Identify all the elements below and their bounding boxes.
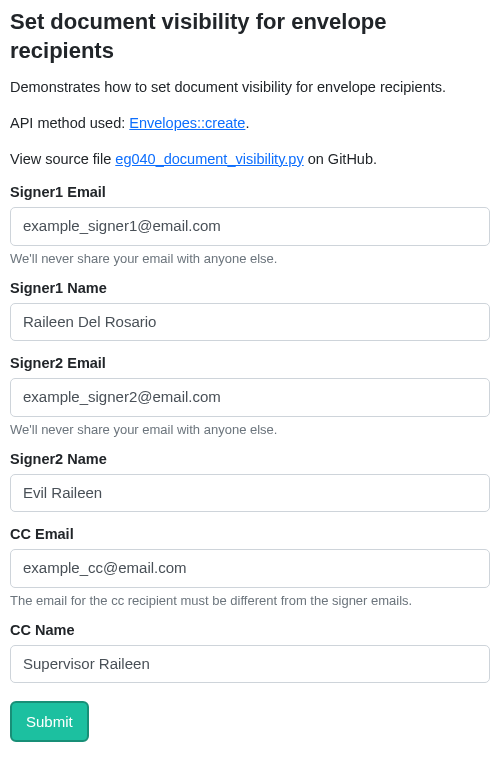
cc-email-help: The email for the cc recipient must be d… xyxy=(10,593,490,608)
submit-button[interactable]: Submit xyxy=(10,701,89,742)
signer2-email-label: Signer2 Email xyxy=(10,355,490,371)
cc-name-input[interactable] xyxy=(10,645,490,684)
intro-text: Demonstrates how to set document visibil… xyxy=(10,77,490,99)
signer2-email-help: We'll never share your email with anyone… xyxy=(10,422,490,437)
page-title: Set document visibility for envelope rec… xyxy=(10,8,490,65)
api-method-link[interactable]: Envelopes::create xyxy=(129,115,245,131)
signer1-email-help: We'll never share your email with anyone… xyxy=(10,251,490,266)
signer2-email-input[interactable] xyxy=(10,378,490,417)
signer2-name-label: Signer2 Name xyxy=(10,451,490,467)
cc-email-input[interactable] xyxy=(10,549,490,588)
source-file-link[interactable]: eg040_document_visibility.py xyxy=(115,151,303,167)
cc-email-label: CC Email xyxy=(10,526,490,542)
signer1-name-input[interactable] xyxy=(10,303,490,342)
signer1-email-label: Signer1 Email xyxy=(10,184,490,200)
cc-name-label: CC Name xyxy=(10,622,490,638)
api-method-prefix: API method used: xyxy=(10,115,129,131)
api-method-suffix: . xyxy=(245,115,249,131)
signer2-name-input[interactable] xyxy=(10,474,490,513)
source-file-line: View source file eg040_document_visibili… xyxy=(10,149,490,171)
signer1-email-input[interactable] xyxy=(10,207,490,246)
api-method-line: API method used: Envelopes::create. xyxy=(10,113,490,135)
source-file-suffix: on GitHub. xyxy=(304,151,377,167)
source-file-prefix: View source file xyxy=(10,151,115,167)
signer1-name-label: Signer1 Name xyxy=(10,280,490,296)
